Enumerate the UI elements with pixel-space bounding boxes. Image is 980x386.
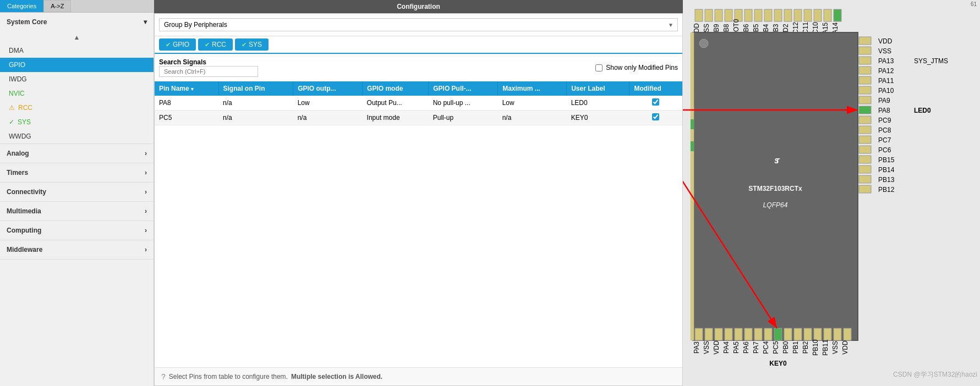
svg-rect-78 — [859, 86, 871, 94]
svg-text:STM32F103RCTx: STM32F103RCTx — [748, 185, 802, 192]
svg-rect-97 — [859, 175, 871, 183]
section-analog-header[interactable]: Analog › — [0, 144, 154, 163]
svg-text:PA7: PA7 — [752, 341, 760, 354]
col-header-pin-name[interactable]: Pin Name ▾ — [155, 81, 218, 96]
pin-tab-gpio[interactable]: ✔ GPIO — [159, 38, 196, 51]
table-cell: n/a — [498, 111, 567, 125]
table-cell: PA8 — [155, 96, 218, 111]
col-header-maximum[interactable]: Maximum ... — [498, 81, 567, 96]
svg-rect-74 — [859, 67, 871, 74]
search-signals-label: Search Signals — [159, 58, 258, 77]
sidebar-item-wwdg[interactable]: WWDG — [0, 129, 154, 144]
modified-cell — [629, 96, 682, 111]
svg-rect-89 — [859, 136, 871, 144]
section-computing-header[interactable]: Computing › — [0, 221, 154, 240]
tab-a-z[interactable]: A->Z — [43, 0, 71, 12]
svg-rect-63 — [834, 328, 841, 340]
col-header-gpio-mode[interactable]: GPIO mode — [363, 81, 429, 96]
tab-categories[interactable]: Categories — [0, 0, 43, 12]
sidebar-item-gpio[interactable]: GPIO — [0, 58, 154, 72]
svg-rect-6 — [725, 9, 732, 21]
svg-rect-95 — [859, 166, 871, 173]
sort-icon-pin-name: ▾ — [191, 86, 194, 92]
table-wrapper: Pin Name ▾ Signal on Pin GPIO outp... GP… — [155, 81, 682, 367]
svg-rect-61 — [824, 328, 831, 340]
svg-text:PB15: PB15 — [878, 156, 895, 164]
table-row[interactable]: PC5n/an/aInput modePull-upn/aKEY0 — [155, 111, 682, 125]
group-by-row: Group By Peripherals — [155, 14, 682, 36]
svg-point-31 — [699, 39, 708, 48]
config-body: Group By Peripherals ✔ GPIO ✔ RCC ✔ SYS … — [154, 13, 683, 386]
svg-text:PC6: PC6 — [878, 146, 891, 154]
svg-rect-87 — [859, 126, 871, 134]
svg-text:VSS: VSS — [831, 341, 839, 354]
search-row: Search Signals Show only Modified Pins — [155, 54, 682, 81]
search-input[interactable] — [159, 66, 258, 77]
sidebar-tab-bar: Categories A->Z — [0, 0, 154, 13]
table-cell: PC5 — [155, 111, 218, 125]
table-row[interactable]: PA8n/aLowOutput Pu...No pull-up ...LowLE… — [155, 96, 682, 111]
table-cell: No pull-up ... — [429, 96, 498, 111]
svg-rect-10 — [744, 9, 752, 21]
svg-text:PA8: PA8 — [878, 107, 890, 114]
svg-text:VSS: VSS — [878, 47, 891, 55]
svg-rect-22 — [804, 9, 812, 21]
sidebar-item-iwdg[interactable]: IWDG — [0, 72, 154, 86]
svg-rect-26 — [824, 9, 831, 21]
table-cell: Output Pu... — [363, 96, 429, 111]
chip-svg: VDD VSS PB9 PB8 BOOT0 PB6 PB5 — [683, 8, 980, 384]
section-analog: Analog › — [0, 144, 154, 163]
section-timers-label: Timers — [7, 169, 28, 177]
hint-icon: ? — [161, 372, 166, 381]
section-connectivity-header[interactable]: Connectivity › — [0, 183, 154, 201]
table-cell: Low — [498, 96, 567, 111]
section-middleware-header[interactable]: Middleware › — [0, 240, 154, 259]
pin-tab-sys[interactable]: ✔ SYS — [235, 38, 269, 51]
sidebar-item-nvic[interactable]: NVIC — [0, 86, 154, 101]
table-cell: n/a — [293, 111, 363, 125]
svg-text:PB11: PB11 — [822, 339, 829, 356]
sidebar-item-rcc[interactable]: ⚠ RCC — [0, 101, 154, 115]
sidebar-item-sys[interactable]: ✓ SYS — [0, 115, 154, 129]
svg-rect-53 — [784, 328, 792, 340]
svg-text:PB13: PB13 — [878, 176, 895, 184]
svg-rect-45 — [744, 328, 752, 340]
section-system-core-header[interactable]: System Core ▾ — [0, 13, 154, 31]
svg-rect-4 — [715, 9, 722, 21]
section-middleware-label: Middleware — [7, 246, 42, 253]
svg-text:KEY0: KEY0 — [769, 360, 787, 367]
section-multimedia-label: Multimedia — [7, 207, 41, 215]
svg-text:PC4: PC4 — [762, 341, 770, 354]
pin-tab-rcc[interactable]: ✔ RCC — [198, 38, 233, 51]
group-by-select[interactable]: Group By Peripherals — [159, 18, 678, 31]
svg-rect-67 — [859, 37, 871, 45]
scroll-up-arrow[interactable]: ▲ — [0, 31, 154, 43]
gpio-check-icon: ✔ — [166, 41, 171, 48]
section-timers-header[interactable]: Timers › — [0, 163, 154, 182]
pin-tab-gpio-label: GPIO — [173, 41, 189, 48]
col-header-gpio-pull[interactable]: GPIO Pull-... — [429, 81, 498, 96]
svg-text:PA5: PA5 — [732, 341, 740, 354]
section-multimedia-header[interactable]: Multimedia › — [0, 202, 154, 220]
svg-text:LQFP64: LQFP64 — [763, 201, 788, 209]
modified-checkbox[interactable] — [652, 113, 659, 120]
svg-rect-76 — [859, 76, 871, 84]
col-header-modified[interactable]: Modified — [629, 81, 682, 96]
pin-tabs: ✔ GPIO ✔ RCC ✔ SYS — [155, 36, 682, 54]
chevron-right-icon-middleware: › — [145, 246, 147, 253]
show-modified-checkbox[interactable] — [595, 64, 603, 71]
svg-rect-103 — [691, 141, 694, 151]
svg-text:PA11: PA11 — [878, 77, 894, 85]
svg-rect-35 — [695, 328, 703, 340]
modified-checkbox[interactable] — [652, 98, 659, 106]
svg-text:PB1: PB1 — [792, 341, 800, 354]
chevron-down-icon: ▾ — [144, 18, 147, 26]
sidebar: Categories A->Z System Core ▾ ▲ DMA GPIO… — [0, 0, 154, 386]
table-cell: n/a — [218, 96, 293, 111]
sys-check-icon: ✔ — [242, 41, 247, 48]
col-header-signal[interactable]: Signal on Pin — [218, 81, 293, 96]
col-header-gpio-output[interactable]: GPIO outp... — [293, 81, 363, 96]
sidebar-item-dma[interactable]: DMA — [0, 43, 154, 58]
chevron-right-icon-multimedia: › — [145, 207, 147, 215]
col-header-user-label[interactable]: User Label — [567, 81, 629, 96]
